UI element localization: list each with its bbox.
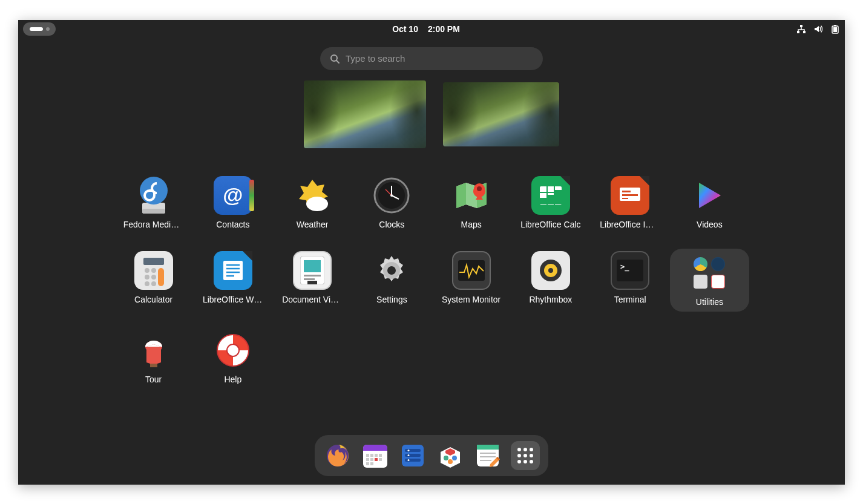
app-label: Help — [224, 375, 241, 384]
svg-rect-32 — [622, 198, 628, 199]
workspace-2[interactable] — [443, 82, 559, 146]
settings-icon — [372, 251, 411, 290]
svg-rect-74 — [370, 458, 373, 461]
svg-rect-27 — [548, 195, 554, 204]
dock-firefox[interactable] — [323, 441, 352, 470]
svg-rect-9 — [142, 209, 165, 214]
volume-icon — [813, 24, 823, 34]
app-maps[interactable]: Maps — [432, 174, 511, 232]
app-terminal[interactable]: >_ Terminal — [591, 249, 670, 312]
svg-rect-61 — [150, 364, 157, 367]
battery-icon — [830, 24, 840, 34]
svg-point-20 — [477, 186, 482, 191]
dock-software[interactable] — [436, 441, 465, 470]
svg-rect-68 — [363, 448, 387, 451]
top-bar: Oct 10 2:00 PM — [18, 20, 845, 38]
app-videos[interactable]: Videos — [670, 174, 749, 232]
search-bar[interactable] — [320, 47, 543, 70]
app-label: LibreOffice Impress — [600, 220, 660, 229]
workspace-thumbnails — [304, 80, 559, 148]
workspace-1[interactable] — [304, 80, 426, 148]
app-libreoffice-impress[interactable]: LibreOffice Impress — [591, 174, 670, 232]
time-label: 2:00 PM — [428, 24, 460, 34]
svg-point-98 — [517, 454, 521, 457]
app-label: Contacts — [216, 220, 249, 229]
svg-point-96 — [523, 448, 527, 451]
svg-rect-69 — [366, 454, 369, 457]
svg-rect-2 — [803, 31, 806, 33]
svg-point-97 — [530, 448, 533, 451]
clocks-icon — [372, 176, 411, 215]
svg-rect-31 — [622, 194, 638, 196]
app-clocks[interactable]: Clocks — [352, 174, 432, 232]
app-label: LibreOffice Writer — [203, 295, 263, 304]
dock-files[interactable] — [398, 441, 427, 470]
app-label: Fedora Media Writer — [123, 220, 184, 229]
svg-rect-76 — [379, 458, 382, 461]
weather-icon — [293, 176, 332, 215]
document-viewer-icon — [293, 251, 332, 290]
dock-text-editor[interactable] — [473, 441, 502, 470]
search-input[interactable] — [346, 53, 533, 64]
svg-point-35 — [145, 268, 149, 273]
app-fedora-media-writer[interactable]: Fedora Media Writer — [114, 174, 193, 232]
search-icon — [330, 54, 340, 64]
svg-rect-5 — [833, 27, 837, 32]
svg-point-57 — [548, 268, 553, 273]
svg-point-37 — [145, 275, 149, 280]
desktop-overview: Oct 10 2:00 PM Fedora Media Writer @ — [18, 20, 845, 485]
clock-area[interactable]: Oct 10 2:00 PM — [392, 24, 460, 34]
svg-rect-79 — [375, 458, 378, 461]
app-calculator[interactable]: Calculator — [114, 249, 193, 312]
app-libreoffice-calc[interactable]: LibreOffice Calc — [511, 174, 590, 232]
app-label: System Monitor — [442, 295, 500, 304]
svg-rect-82 — [405, 454, 421, 457]
app-help[interactable]: Help — [193, 329, 272, 387]
svg-point-89 — [448, 459, 453, 464]
app-label: Videos — [697, 220, 723, 229]
videos-icon — [690, 176, 729, 215]
svg-rect-30 — [622, 191, 631, 192]
svg-point-38 — [151, 275, 156, 280]
app-libreoffice-writer[interactable]: LibreOffice Writer — [193, 249, 272, 312]
dock-calendar[interactable] — [361, 441, 390, 470]
app-system-monitor[interactable]: System Monitor — [432, 249, 511, 312]
svg-point-88 — [452, 456, 457, 460]
help-icon — [214, 331, 252, 370]
activities-button[interactable] — [23, 22, 56, 36]
app-label: Utilities — [696, 297, 723, 307]
svg-rect-77 — [366, 462, 369, 465]
date-label: Oct 10 — [392, 24, 418, 34]
terminal-icon: >_ — [611, 251, 649, 290]
app-weather[interactable]: Weather — [273, 174, 352, 232]
svg-point-12 — [306, 197, 328, 211]
app-label: Document Viewer — [282, 295, 343, 304]
app-label: LibreOffice Calc — [520, 220, 580, 229]
svg-point-53 — [387, 266, 396, 275]
app-contacts[interactable]: @ Contacts — [193, 174, 272, 232]
fedora-icon — [134, 176, 173, 215]
dock-show-apps[interactable] — [511, 441, 540, 470]
app-label: Tour — [145, 375, 162, 384]
svg-rect-28 — [555, 190, 562, 204]
app-label: Rhythmbox — [529, 295, 572, 304]
app-settings[interactable]: Settings — [352, 249, 432, 312]
svg-point-99 — [523, 454, 527, 457]
svg-rect-0 — [800, 25, 802, 27]
app-label: Maps — [461, 220, 482, 229]
svg-rect-91 — [477, 445, 499, 450]
impress-icon — [611, 176, 649, 215]
app-tour[interactable]: Tour — [114, 329, 193, 387]
maps-icon — [452, 176, 491, 215]
svg-rect-81 — [405, 449, 421, 452]
svg-text:>_: >_ — [620, 263, 629, 272]
svg-point-85 — [408, 454, 410, 456]
svg-rect-70 — [370, 454, 373, 457]
system-tray[interactable] — [796, 24, 840, 34]
app-rhythmbox[interactable]: Rhythmbox — [511, 249, 590, 312]
svg-rect-4 — [834, 25, 836, 26]
app-folder-utilities[interactable]: Utilities — [670, 249, 749, 312]
svg-rect-48 — [304, 260, 321, 272]
dock — [315, 435, 548, 476]
app-document-viewer[interactable]: Document Viewer — [273, 249, 352, 312]
